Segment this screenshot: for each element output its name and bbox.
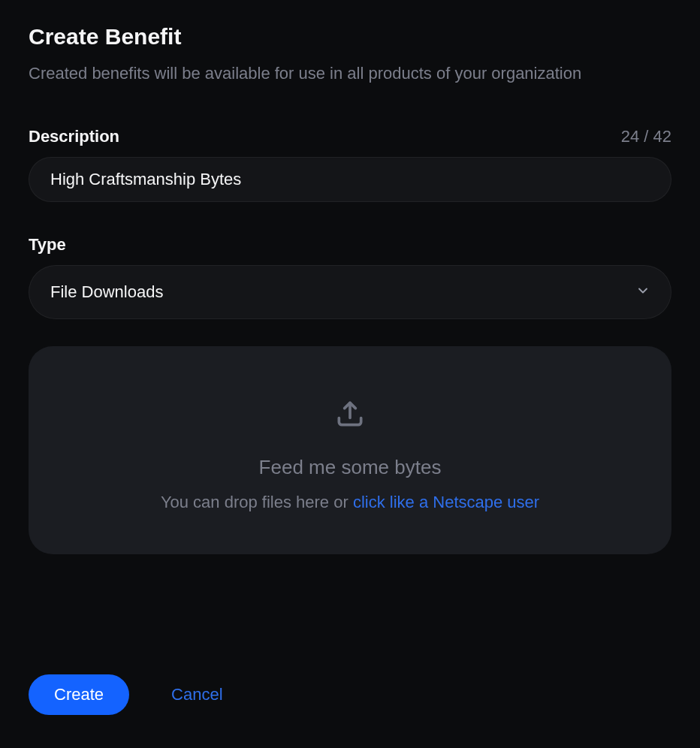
dropzone-subtitle: You can drop files here or click like a … [161,493,539,512]
dropzone-title: Feed me some bytes [259,456,442,479]
description-label: Description [29,127,119,146]
description-input[interactable] [29,157,671,202]
create-button[interactable]: Create [29,674,129,715]
type-label: Type [29,235,66,255]
modal-subtitle: Created benefits will be available for u… [29,60,671,86]
upload-icon [333,397,367,433]
file-dropzone[interactable]: Feed me some bytes You can drop files he… [29,346,671,554]
dropzone-browse-link[interactable]: click like a Netscape user [353,493,539,511]
modal-title: Create Benefit [29,24,671,50]
description-counter: 24 / 42 [621,127,671,146]
type-select-value: File Downloads [50,282,163,302]
cancel-button[interactable]: Cancel [171,685,222,704]
type-select[interactable]: File Downloads [29,265,671,319]
dropzone-subtitle-text: You can drop files here or [161,493,353,511]
